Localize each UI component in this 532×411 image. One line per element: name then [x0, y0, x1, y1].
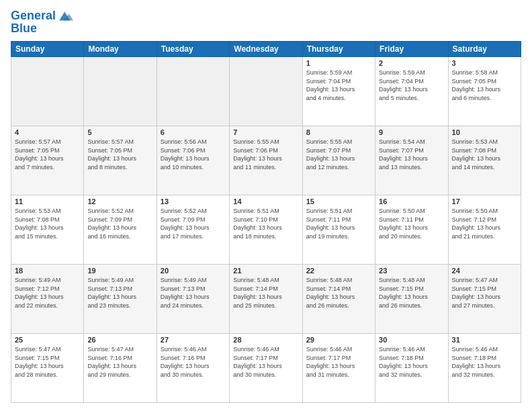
day-info: Sunrise: 5:47 AM Sunset: 7:15 PM Dayligh… — [452, 276, 517, 310]
calendar-cell: 18Sunrise: 5:49 AM Sunset: 7:12 PM Dayli… — [11, 265, 84, 334]
day-info: Sunrise: 5:55 AM Sunset: 7:06 PM Dayligh… — [233, 138, 298, 171]
day-info: Sunrise: 5:53 AM Sunset: 7:08 PM Dayligh… — [452, 138, 517, 171]
calendar-cell: 16Sunrise: 5:50 AM Sunset: 7:11 PM Dayli… — [375, 195, 448, 265]
day-number: 18 — [15, 267, 80, 275]
day-info: Sunrise: 5:54 AM Sunset: 7:07 PM Dayligh… — [379, 138, 444, 171]
calendar-cell: 20Sunrise: 5:49 AM Sunset: 7:13 PM Dayli… — [157, 265, 229, 334]
day-info: Sunrise: 5:48 AM Sunset: 7:14 PM Dayligh… — [233, 276, 298, 310]
calendar-week-row: 11Sunrise: 5:53 AM Sunset: 7:08 PM Dayli… — [11, 195, 521, 265]
day-number: 9 — [379, 128, 444, 136]
day-number: 2 — [379, 59, 444, 67]
calendar-cell: 17Sunrise: 5:50 AM Sunset: 7:12 PM Dayli… — [448, 195, 521, 265]
day-info: Sunrise: 5:47 AM Sunset: 7:15 PM Dayligh… — [15, 345, 80, 379]
calendar-header-row: SundayMondayTuesdayWednesdayThursdayFrid… — [11, 42, 521, 57]
calendar-week-row: 4Sunrise: 5:57 AM Sunset: 7:05 PM Daylig… — [11, 126, 521, 195]
col-header-saturday: Saturday — [448, 42, 521, 57]
calendar-week-row: 1Sunrise: 5:59 AM Sunset: 7:04 PM Daylig… — [11, 57, 521, 126]
day-info: Sunrise: 5:51 AM Sunset: 7:11 PM Dayligh… — [306, 207, 371, 240]
day-info: Sunrise: 5:59 AM Sunset: 7:04 PM Dayligh… — [306, 68, 371, 102]
calendar-cell: 27Sunrise: 5:46 AM Sunset: 7:16 PM Dayli… — [157, 334, 229, 403]
day-number: 14 — [233, 197, 298, 205]
day-info: Sunrise: 5:51 AM Sunset: 7:10 PM Dayligh… — [233, 207, 298, 240]
calendar-cell: 24Sunrise: 5:47 AM Sunset: 7:15 PM Dayli… — [448, 265, 521, 334]
day-number: 12 — [87, 197, 152, 205]
calendar-cell: 28Sunrise: 5:46 AM Sunset: 7:17 PM Dayli… — [230, 334, 302, 403]
calendar-cell: 6Sunrise: 5:56 AM Sunset: 7:06 PM Daylig… — [157, 126, 229, 195]
day-info: Sunrise: 5:46 AM Sunset: 7:16 PM Dayligh… — [161, 345, 226, 379]
day-number: 1 — [306, 59, 371, 67]
day-info: Sunrise: 5:49 AM Sunset: 7:13 PM Dayligh… — [161, 276, 226, 310]
day-info: Sunrise: 5:49 AM Sunset: 7:12 PM Dayligh… — [15, 276, 80, 310]
day-info: Sunrise: 5:58 AM Sunset: 7:05 PM Dayligh… — [452, 68, 517, 102]
day-info: Sunrise: 5:59 AM Sunset: 7:04 PM Dayligh… — [379, 68, 444, 102]
page: General Blue SundayMondayTuesdayWednesda… — [0, 0, 532, 411]
col-header-thursday: Thursday — [302, 42, 375, 57]
calendar-cell: 10Sunrise: 5:53 AM Sunset: 7:08 PM Dayli… — [448, 126, 521, 195]
day-info: Sunrise: 5:47 AM Sunset: 7:16 PM Dayligh… — [87, 345, 152, 379]
day-info: Sunrise: 5:48 AM Sunset: 7:15 PM Dayligh… — [379, 276, 444, 310]
calendar-week-row: 18Sunrise: 5:49 AM Sunset: 7:12 PM Dayli… — [11, 265, 521, 334]
day-number: 4 — [15, 128, 80, 136]
calendar-cell: 7Sunrise: 5:55 AM Sunset: 7:06 PM Daylig… — [230, 126, 302, 195]
day-number: 8 — [306, 128, 371, 136]
day-number: 17 — [452, 197, 517, 205]
day-number: 13 — [161, 197, 226, 205]
day-info: Sunrise: 5:53 AM Sunset: 7:08 PM Dayligh… — [15, 207, 80, 240]
day-number: 16 — [379, 197, 444, 205]
calendar-cell: 23Sunrise: 5:48 AM Sunset: 7:15 PM Dayli… — [375, 265, 448, 334]
calendar-cell: 9Sunrise: 5:54 AM Sunset: 7:07 PM Daylig… — [375, 126, 448, 195]
logo-icon — [57, 8, 73, 24]
header: General Blue — [11, 8, 521, 36]
calendar-cell: 22Sunrise: 5:48 AM Sunset: 7:14 PM Dayli… — [302, 265, 375, 334]
day-number: 7 — [233, 128, 298, 136]
day-info: Sunrise: 5:56 AM Sunset: 7:06 PM Dayligh… — [161, 138, 226, 171]
day-number: 11 — [15, 197, 80, 205]
calendar-cell: 8Sunrise: 5:55 AM Sunset: 7:07 PM Daylig… — [302, 126, 375, 195]
calendar-cell: 3Sunrise: 5:58 AM Sunset: 7:05 PM Daylig… — [448, 57, 521, 126]
day-info: Sunrise: 5:46 AM Sunset: 7:17 PM Dayligh… — [306, 345, 371, 379]
calendar-cell: 19Sunrise: 5:49 AM Sunset: 7:13 PM Dayli… — [84, 265, 157, 334]
day-info: Sunrise: 5:52 AM Sunset: 7:09 PM Dayligh… — [87, 207, 152, 240]
day-number: 26 — [87, 336, 152, 344]
day-number: 30 — [379, 336, 444, 344]
calendar-cell: 11Sunrise: 5:53 AM Sunset: 7:08 PM Dayli… — [11, 195, 84, 265]
calendar-cell: 15Sunrise: 5:51 AM Sunset: 7:11 PM Dayli… — [302, 195, 375, 265]
calendar-cell: 2Sunrise: 5:59 AM Sunset: 7:04 PM Daylig… — [375, 57, 448, 126]
day-number: 22 — [306, 267, 371, 275]
calendar-cell: 31Sunrise: 5:46 AM Sunset: 7:18 PM Dayli… — [448, 334, 521, 403]
calendar-cell: 30Sunrise: 5:46 AM Sunset: 7:18 PM Dayli… — [375, 334, 448, 403]
calendar-cell: 4Sunrise: 5:57 AM Sunset: 7:05 PM Daylig… — [11, 126, 84, 195]
calendar-cell — [84, 57, 157, 126]
day-number: 25 — [15, 336, 80, 344]
day-number: 24 — [452, 267, 517, 275]
day-info: Sunrise: 5:48 AM Sunset: 7:14 PM Dayligh… — [306, 276, 371, 310]
logo: General Blue — [11, 8, 73, 36]
day-number: 27 — [161, 336, 226, 344]
calendar-cell: 1Sunrise: 5:59 AM Sunset: 7:04 PM Daylig… — [302, 57, 375, 126]
logo-text: General — [11, 9, 56, 23]
calendar-cell — [157, 57, 229, 126]
day-number: 3 — [452, 59, 517, 67]
day-info: Sunrise: 5:50 AM Sunset: 7:12 PM Dayligh… — [452, 207, 517, 240]
calendar-week-row: 25Sunrise: 5:47 AM Sunset: 7:15 PM Dayli… — [11, 334, 521, 403]
calendar-cell — [230, 57, 302, 126]
day-info: Sunrise: 5:52 AM Sunset: 7:09 PM Dayligh… — [161, 207, 226, 240]
calendar-cell: 21Sunrise: 5:48 AM Sunset: 7:14 PM Dayli… — [230, 265, 302, 334]
day-info: Sunrise: 5:46 AM Sunset: 7:18 PM Dayligh… — [379, 345, 444, 379]
day-info: Sunrise: 5:57 AM Sunset: 7:05 PM Dayligh… — [15, 138, 80, 171]
calendar-cell: 12Sunrise: 5:52 AM Sunset: 7:09 PM Dayli… — [84, 195, 157, 265]
day-number: 6 — [161, 128, 226, 136]
calendar-cell: 29Sunrise: 5:46 AM Sunset: 7:17 PM Dayli… — [302, 334, 375, 403]
col-header-friday: Friday — [375, 42, 448, 57]
day-info: Sunrise: 5:55 AM Sunset: 7:07 PM Dayligh… — [306, 138, 371, 171]
calendar-cell: 26Sunrise: 5:47 AM Sunset: 7:16 PM Dayli… — [84, 334, 157, 403]
day-number: 23 — [379, 267, 444, 275]
day-number: 20 — [161, 267, 226, 275]
day-number: 21 — [233, 267, 298, 275]
col-header-wednesday: Wednesday — [230, 42, 302, 57]
day-number: 19 — [87, 267, 152, 275]
day-info: Sunrise: 5:49 AM Sunset: 7:13 PM Dayligh… — [87, 276, 152, 310]
day-number: 28 — [233, 336, 298, 344]
day-info: Sunrise: 5:46 AM Sunset: 7:17 PM Dayligh… — [233, 345, 298, 379]
day-number: 10 — [452, 128, 517, 136]
